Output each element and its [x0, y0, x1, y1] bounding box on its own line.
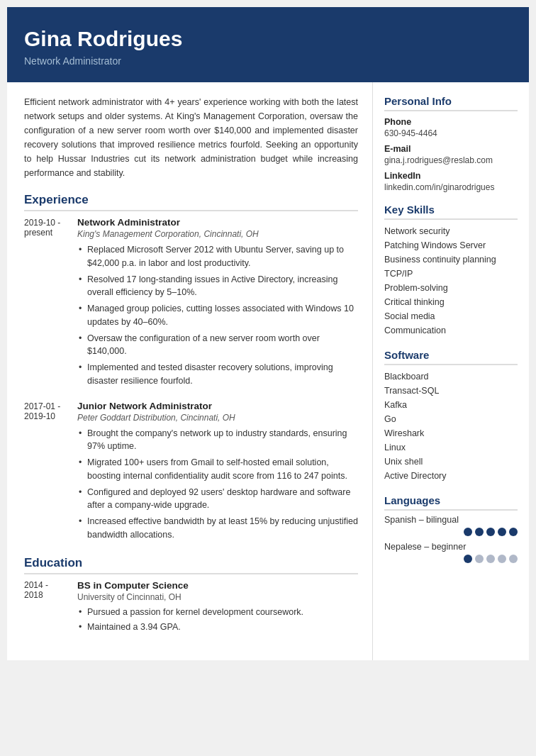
experience-title: Experience	[24, 193, 358, 211]
dot-filled	[464, 528, 472, 536]
phone-value: 630-945-4464	[384, 128, 518, 138]
job-1-date: 2019-10 - present	[24, 217, 77, 391]
software-item: Kafka	[384, 398, 518, 412]
education-title: Education	[24, 556, 358, 574]
list-item: Migrated 100+ users from Gmail to self-h…	[77, 456, 358, 483]
job-2-bullets: Brought the company's network up to indu…	[77, 427, 358, 542]
key-skills-title: Key Skills	[384, 204, 518, 220]
language-2-dots	[384, 555, 518, 563]
skill-item: TCP/IP	[384, 267, 518, 281]
edu-1-content: BS in Computer Science University of Cin…	[77, 580, 358, 637]
candidate-title: Network Administrator	[24, 55, 512, 67]
skill-item: Critical thinking	[384, 295, 518, 309]
linkedin-label: LinkedIn	[384, 171, 518, 181]
job-1-bullets: Replaced Microsoft Server 2012 with Ubun…	[77, 243, 358, 388]
main-column: Efficient network administrator with 4+ …	[7, 82, 373, 660]
job-1-content: Network Administrator King's Management …	[77, 217, 358, 391]
list-item: Resolved 17 long-standing issues in Acti…	[77, 273, 358, 300]
language-2-name: Nepalese – beginner	[384, 542, 518, 552]
skill-item: Business continuity planning	[384, 252, 518, 267]
software-item: Blackboard	[384, 369, 518, 384]
edu-1-school: University of Cincinnati, OH	[77, 592, 358, 602]
education-section: Education 2014 - 2018 BS in Computer Sci…	[24, 556, 358, 637]
dot-filled	[498, 528, 506, 536]
skill-item: Social media	[384, 309, 518, 323]
list-item: Configured and deployed 92 users' deskto…	[77, 486, 358, 513]
software-item: Go	[384, 412, 518, 426]
dot-filled	[486, 528, 495, 536]
software-item: Unix shell	[384, 455, 518, 469]
dot-filled	[475, 528, 484, 536]
list-item: Oversaw the configuration of a new serve…	[77, 332, 358, 359]
job-2: 2017-01 - 2019-10 Junior Network Adminis…	[24, 401, 358, 545]
language-2: Nepalese – beginner	[384, 542, 518, 563]
job-2-date: 2017-01 - 2019-10	[24, 401, 77, 545]
job-1: 2019-10 - present Network Administrator …	[24, 217, 358, 391]
software-section: Software Blackboard Transact-SQL Kafka G…	[384, 349, 518, 483]
edu-1: 2014 - 2018 BS in Computer Science Unive…	[24, 580, 358, 637]
languages-section: Languages Spanish – bilingual Nepalese –…	[384, 494, 518, 563]
edu-1-date: 2014 - 2018	[24, 580, 77, 637]
candidate-name: Gina Rodrigues	[24, 27, 512, 51]
job-2-content: Junior Network Administrator Peter Godda…	[77, 401, 358, 545]
skill-item: Communication	[384, 323, 518, 338]
dot-empty	[509, 555, 518, 563]
software-item: Linux	[384, 440, 518, 455]
job-1-title: Network Administrator	[77, 217, 358, 228]
phone-label: Phone	[384, 117, 518, 127]
personal-info-title: Personal Info	[384, 95, 518, 111]
dot-filled	[464, 555, 472, 563]
job-1-company: King's Management Corporation, Cincinnat…	[77, 229, 358, 239]
skill-item: Patching Windows Server	[384, 238, 518, 252]
list-item: Replaced Microsoft Server 2012 with Ubun…	[77, 243, 358, 270]
software-item: Active Directory	[384, 469, 518, 483]
resume: Gina Rodrigues Network Administrator Eff…	[7, 7, 529, 660]
list-item: Increased effective bandwidth by at leas…	[77, 515, 358, 542]
list-item: Pursued a passion for kernel development…	[77, 606, 358, 619]
dot-filled	[509, 528, 518, 536]
software-title: Software	[384, 349, 518, 365]
list-item: Implemented and tested disaster recovery…	[77, 361, 358, 388]
language-1-name: Spanish – bilingual	[384, 515, 518, 525]
skill-item: Network security	[384, 224, 518, 238]
job-2-company: Peter Goddart Distribution, Cincinnati, …	[77, 413, 358, 423]
dot-empty	[475, 555, 484, 563]
email-label: E-mail	[384, 144, 518, 154]
resume-header: Gina Rodrigues Network Administrator	[7, 7, 529, 82]
languages-title: Languages	[384, 494, 518, 511]
dot-empty	[486, 555, 495, 563]
summary-text: Efficient network administrator with 4+ …	[24, 95, 358, 180]
linkedin-value: linkedin.com/in/ginarodrigues	[384, 182, 518, 192]
personal-info-section: Personal Info Phone 630-945-4464 E-mail …	[384, 95, 518, 192]
experience-section: Experience 2019-10 - present Network Adm…	[24, 193, 358, 545]
list-item: Brought the company's network up to indu…	[77, 427, 358, 454]
edu-1-bullets: Pursued a passion for kernel development…	[77, 606, 358, 635]
sidebar: Personal Info Phone 630-945-4464 E-mail …	[373, 82, 529, 660]
dot-empty	[498, 555, 506, 563]
software-item: Wireshark	[384, 426, 518, 440]
language-1-dots	[384, 528, 518, 536]
email-value: gina.j.rodrigues@reslab.com	[384, 155, 518, 165]
software-item: Transact-SQL	[384, 384, 518, 398]
list-item: Managed group policies, cutting losses a…	[77, 302, 358, 329]
language-1: Spanish – bilingual	[384, 515, 518, 536]
edu-1-degree: BS in Computer Science	[77, 580, 358, 591]
list-item: Maintained a 3.94 GPA.	[77, 621, 358, 634]
key-skills-section: Key Skills Network security Patching Win…	[384, 204, 518, 338]
resume-body: Efficient network administrator with 4+ …	[7, 82, 529, 660]
skill-item: Problem-solving	[384, 281, 518, 295]
job-2-title: Junior Network Administrator	[77, 401, 358, 411]
